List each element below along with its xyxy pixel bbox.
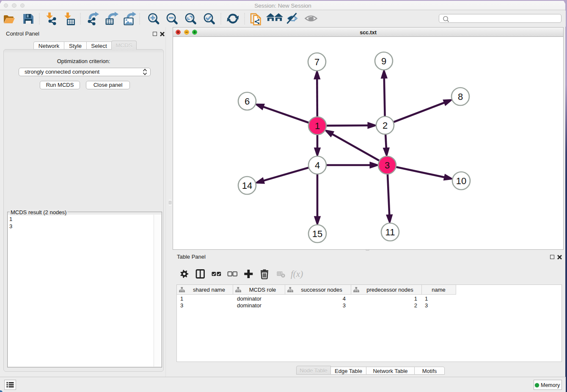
svg-text:2: 2	[383, 120, 388, 131]
svg-text:3: 3	[385, 160, 390, 171]
svg-text:1: 1	[315, 121, 320, 131]
svg-text:10: 10	[456, 176, 466, 186]
svg-text:6: 6	[245, 96, 250, 107]
svg-text:f(x): f(x)	[291, 269, 303, 279]
svg-text:15: 15	[312, 229, 322, 239]
svg-text:11: 11	[385, 227, 395, 237]
svg-text:8: 8	[458, 91, 463, 102]
svg-text:4: 4	[315, 160, 320, 171]
svg-text:9: 9	[381, 56, 386, 66]
svg-text:14: 14	[242, 180, 252, 191]
svg-text:7: 7	[314, 57, 319, 67]
